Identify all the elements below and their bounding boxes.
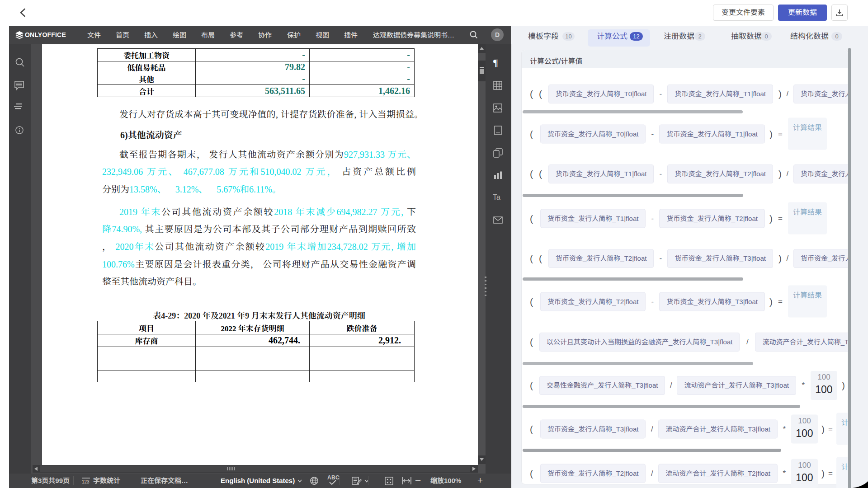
svg-text:123: 123: [82, 479, 90, 484]
